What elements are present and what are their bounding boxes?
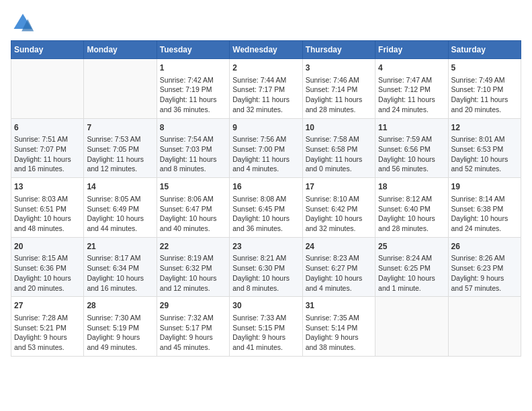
day-info-text: and 36 minutes. bbox=[232, 224, 299, 234]
day-info-text: Daylight: 11 hours bbox=[306, 95, 372, 105]
day-number: 10 bbox=[306, 122, 372, 134]
day-info-text: Sunset: 7:19 PM bbox=[160, 85, 226, 95]
day-info-text: Sunset: 5:14 PM bbox=[306, 323, 372, 333]
calendar-day-cell bbox=[448, 297, 521, 357]
day-info-text: Daylight: 10 hours bbox=[306, 214, 372, 224]
day-info-text: Sunrise: 8:01 AM bbox=[451, 134, 518, 144]
day-number: 15 bbox=[160, 181, 226, 193]
calendar-day-cell: 18Sunrise: 8:12 AMSunset: 6:40 PMDayligh… bbox=[375, 178, 448, 238]
calendar-day-cell: 12Sunrise: 8:01 AMSunset: 6:53 PMDayligh… bbox=[448, 118, 521, 178]
calendar-day-cell: 2Sunrise: 7:44 AMSunset: 7:17 PMDaylight… bbox=[230, 59, 302, 119]
calendar-day-cell: 5Sunrise: 7:49 AMSunset: 7:10 PMDaylight… bbox=[448, 59, 521, 119]
day-info-text: Daylight: 10 hours bbox=[14, 214, 81, 224]
day-info-text: Daylight: 10 hours bbox=[87, 214, 153, 224]
calendar-day-cell bbox=[84, 59, 157, 119]
day-info-text: Daylight: 11 hours bbox=[160, 154, 226, 165]
day-number: 20 bbox=[14, 241, 81, 253]
day-number: 4 bbox=[378, 62, 445, 74]
day-info-text: Sunset: 6:42 PM bbox=[306, 204, 372, 214]
day-number: 30 bbox=[232, 300, 299, 312]
day-info-text: and 52 minutes. bbox=[451, 164, 518, 174]
calendar-day-cell: 30Sunrise: 7:33 AMSunset: 5:15 PMDayligh… bbox=[230, 297, 302, 357]
day-info-text: Sunset: 7:05 PM bbox=[87, 144, 153, 154]
calendar-day-cell: 4Sunrise: 7:47 AMSunset: 7:12 PMDaylight… bbox=[375, 59, 448, 119]
day-info-text: Daylight: 10 hours bbox=[160, 214, 226, 224]
calendar-day-cell: 13Sunrise: 8:03 AMSunset: 6:51 PMDayligh… bbox=[11, 178, 84, 238]
calendar-day-cell: 11Sunrise: 7:59 AMSunset: 6:56 PMDayligh… bbox=[375, 118, 448, 178]
calendar-day-cell: 15Sunrise: 8:06 AMSunset: 6:47 PMDayligh… bbox=[157, 178, 229, 238]
day-info-text: Daylight: 9 hours bbox=[451, 273, 518, 283]
day-info-text: Sunset: 5:19 PM bbox=[87, 323, 153, 333]
weekday-header: Saturday bbox=[448, 41, 521, 59]
day-info-text: Daylight: 10 hours bbox=[378, 214, 445, 224]
day-info-text: Daylight: 11 hours bbox=[14, 154, 81, 165]
calendar-day-cell: 20Sunrise: 8:15 AMSunset: 6:36 PMDayligh… bbox=[11, 237, 84, 297]
calendar-week-row: 13Sunrise: 8:03 AMSunset: 6:51 PMDayligh… bbox=[11, 178, 521, 238]
day-info-text: and 0 minutes. bbox=[306, 164, 372, 174]
day-info-text: Sunset: 7:03 PM bbox=[160, 144, 226, 154]
day-info-text: Sunset: 6:36 PM bbox=[14, 263, 81, 273]
day-info-text: Sunset: 6:49 PM bbox=[87, 204, 153, 214]
day-info-text: Daylight: 10 hours bbox=[232, 273, 299, 283]
day-info-text: Daylight: 11 hours bbox=[378, 95, 445, 105]
day-info-text: Daylight: 10 hours bbox=[232, 214, 299, 224]
day-info-text: Sunrise: 7:35 AM bbox=[306, 313, 372, 323]
day-info-text: Sunrise: 7:49 AM bbox=[451, 75, 518, 85]
calendar-day-cell: 7Sunrise: 7:53 AMSunset: 7:05 PMDaylight… bbox=[84, 118, 157, 178]
calendar-week-row: 1Sunrise: 7:42 AMSunset: 7:19 PMDaylight… bbox=[11, 59, 521, 119]
day-info-text: Daylight: 11 hours bbox=[232, 154, 299, 165]
day-info-text: and 36 minutes. bbox=[160, 105, 226, 115]
calendar-day-cell: 29Sunrise: 7:32 AMSunset: 5:17 PMDayligh… bbox=[157, 297, 229, 357]
weekday-header: Monday bbox=[84, 41, 157, 59]
day-info-text: Sunrise: 7:59 AM bbox=[378, 134, 445, 144]
day-info-text: Daylight: 9 hours bbox=[14, 332, 81, 342]
day-info-text: Sunrise: 8:26 AM bbox=[451, 253, 518, 263]
day-info-text: and 48 minutes. bbox=[14, 224, 81, 234]
calendar-day-cell: 16Sunrise: 8:08 AMSunset: 6:45 PMDayligh… bbox=[230, 178, 302, 238]
day-info-text: and 8 minutes. bbox=[232, 283, 299, 293]
day-info-text: Sunrise: 7:32 AM bbox=[160, 313, 226, 323]
day-info-text: and 44 minutes. bbox=[87, 224, 153, 234]
day-info-text: Sunset: 6:25 PM bbox=[378, 263, 445, 273]
day-number: 2 bbox=[232, 62, 299, 74]
day-info-text: Sunset: 6:51 PM bbox=[14, 204, 81, 214]
calendar-day-cell: 27Sunrise: 7:28 AMSunset: 5:21 PMDayligh… bbox=[11, 297, 84, 357]
day-info-text: Sunrise: 7:54 AM bbox=[160, 134, 226, 144]
day-info-text: Daylight: 11 hours bbox=[306, 154, 372, 165]
day-number: 11 bbox=[378, 122, 445, 134]
day-info-text: and 12 minutes. bbox=[160, 283, 226, 293]
calendar-day-cell: 24Sunrise: 8:23 AMSunset: 6:27 PMDayligh… bbox=[302, 237, 375, 297]
day-info-text: Sunset: 5:15 PM bbox=[232, 323, 299, 333]
day-info-text: Sunset: 6:32 PM bbox=[160, 263, 226, 273]
day-number: 22 bbox=[160, 241, 226, 253]
day-number: 26 bbox=[451, 241, 518, 253]
logo bbox=[11, 11, 38, 35]
day-info-text: Sunrise: 7:58 AM bbox=[306, 134, 372, 144]
weekday-header: Tuesday bbox=[157, 41, 229, 59]
day-info-text: Daylight: 11 hours bbox=[160, 95, 226, 105]
day-number: 31 bbox=[306, 300, 372, 312]
day-info-text: Daylight: 10 hours bbox=[451, 154, 518, 165]
calendar-day-cell: 14Sunrise: 8:05 AMSunset: 6:49 PMDayligh… bbox=[84, 178, 157, 238]
day-info-text: and 57 minutes. bbox=[451, 283, 518, 293]
day-info-text: Sunrise: 8:06 AM bbox=[160, 194, 226, 204]
calendar-week-row: 27Sunrise: 7:28 AMSunset: 5:21 PMDayligh… bbox=[11, 297, 521, 357]
day-info-text: and 16 minutes. bbox=[14, 164, 81, 174]
calendar-day-cell: 1Sunrise: 7:42 AMSunset: 7:19 PMDaylight… bbox=[157, 59, 229, 119]
day-info-text: and 32 minutes. bbox=[306, 224, 372, 234]
day-number: 14 bbox=[87, 181, 153, 193]
weekday-header: Thursday bbox=[302, 41, 375, 59]
calendar-day-cell: 25Sunrise: 8:24 AMSunset: 6:25 PMDayligh… bbox=[375, 237, 448, 297]
day-info-text: Sunrise: 7:46 AM bbox=[306, 75, 372, 85]
day-info-text: Sunrise: 8:19 AM bbox=[160, 253, 226, 263]
calendar-table: SundayMondayTuesdayWednesdayThursdayFrid… bbox=[11, 40, 521, 357]
day-info-text: Daylight: 11 hours bbox=[451, 95, 518, 105]
day-info-text: Sunset: 6:45 PM bbox=[232, 204, 299, 214]
day-info-text: and 56 minutes. bbox=[378, 164, 445, 174]
calendar-day-cell: 22Sunrise: 8:19 AMSunset: 6:32 PMDayligh… bbox=[157, 237, 229, 297]
day-info-text: Sunrise: 7:47 AM bbox=[378, 75, 445, 85]
day-number: 17 bbox=[306, 181, 372, 193]
day-info-text: Sunrise: 7:56 AM bbox=[232, 134, 299, 144]
day-info-text: and 20 minutes. bbox=[451, 105, 518, 115]
day-number: 16 bbox=[232, 181, 299, 193]
